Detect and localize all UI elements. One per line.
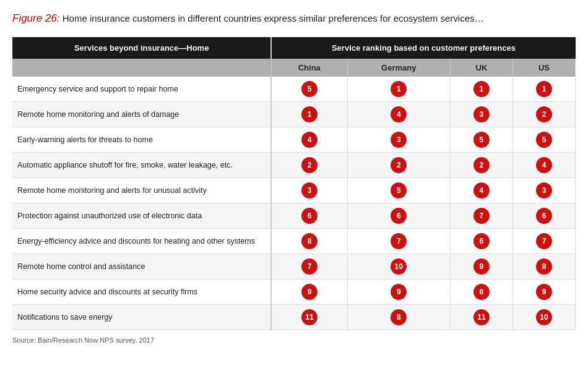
rank-badge: 4	[391, 106, 407, 122]
rank-cell-uk: 11	[450, 304, 512, 330]
rank-cell-us: 2	[512, 101, 575, 127]
col1-header: Services beyond insurance—Home	[12, 37, 271, 59]
rank-badge: 1	[391, 81, 407, 97]
rank-cell-germany: 7	[347, 228, 450, 254]
rank-cell-uk: 1	[450, 77, 512, 102]
rank-cell-uk: 5	[450, 127, 512, 152]
table-row: Remote home monitoring and alerts for un…	[12, 177, 576, 203]
figure-title: Figure 26: Home insurance customers in d…	[12, 11, 576, 26]
header-uk: UK	[450, 59, 512, 77]
rank-badge: 9	[391, 284, 407, 300]
service-name-cell: Home security advice and discounts at se…	[12, 279, 271, 304]
rank-badge: 7	[473, 208, 490, 224]
rank-badge: 3	[391, 132, 407, 148]
rank-cell-germany: 1	[347, 77, 450, 102]
service-name-cell: Early-warning alerts for threats to home	[12, 127, 271, 152]
rank-cell-germany: 5	[347, 177, 450, 203]
rank-badge: 6	[301, 208, 318, 224]
rank-cell-us: 1	[512, 77, 575, 102]
header-germany: Germany	[347, 59, 450, 77]
rank-badge: 2	[301, 157, 318, 173]
rank-badge: 9	[473, 258, 490, 275]
rank-cell-us: 9	[512, 279, 575, 304]
rank-cell-germany: 9	[347, 279, 450, 304]
rank-badge: 6	[473, 233, 490, 249]
service-name-cell: Remote home monitoring and alerts for un…	[12, 177, 271, 203]
rank-badge: 6	[536, 208, 552, 224]
service-name-cell: Automatic appliance shutoff for fire, sm…	[12, 152, 271, 177]
rank-cell-germany: 2	[347, 152, 450, 177]
service-name-cell: Emergency service and support to repair …	[12, 77, 271, 102]
rank-cell-us: 5	[512, 127, 575, 152]
rank-cell-us: 10	[512, 304, 575, 330]
rank-badge: 1	[301, 106, 318, 122]
table-row: Automatic appliance shutoff for fire, sm…	[12, 152, 576, 177]
rank-cell-germany: 4	[347, 101, 450, 127]
header-china: China	[271, 59, 347, 77]
service-name-cell: Protection against unauthorized use of e…	[12, 203, 271, 228]
rank-badge: 4	[473, 182, 490, 199]
rank-cell-uk: 6	[450, 228, 512, 254]
table-row: Protection against unauthorized use of e…	[12, 203, 576, 228]
table-row: Emergency service and support to repair …	[12, 77, 576, 102]
rank-badge: 9	[536, 284, 552, 300]
table-row: Home security advice and discounts at se…	[12, 279, 576, 304]
rank-cell-china: 3	[271, 177, 347, 203]
rank-cell-china: 11	[271, 304, 347, 330]
rank-cell-china: 4	[271, 127, 347, 152]
rank-badge: 4	[536, 157, 552, 173]
rank-badge: 7	[301, 258, 318, 275]
rank-badge: 1	[536, 81, 552, 97]
service-name-cell: Remote home monitoring and alerts of dam…	[12, 101, 271, 127]
rank-cell-uk: 3	[450, 101, 512, 127]
rank-cell-china: 1	[271, 101, 347, 127]
rank-cell-uk: 9	[450, 254, 512, 279]
rank-badge: 5	[301, 81, 318, 97]
rank-badge: 10	[536, 309, 552, 325]
figure-label: Figure 26:	[12, 12, 60, 24]
col-group-header: Service ranking based on customer prefer…	[271, 37, 575, 59]
rank-cell-uk: 2	[450, 152, 512, 177]
service-name-cell: Remote home control and assistance	[12, 254, 271, 279]
rank-badge: 8	[473, 284, 490, 300]
rank-cell-china: 8	[271, 228, 347, 254]
service-col-label	[12, 59, 271, 77]
rank-cell-germany: 3	[347, 127, 450, 152]
rank-badge: 9	[301, 284, 318, 300]
rank-cell-germany: 8	[347, 304, 450, 330]
rank-badge: 8	[391, 309, 407, 325]
rank-cell-china: 6	[271, 203, 347, 228]
rank-badge: 3	[301, 182, 318, 199]
rank-badge: 5	[391, 182, 407, 199]
rank-badge: 2	[473, 157, 490, 173]
rank-badge: 5	[536, 132, 552, 148]
rank-badge: 3	[473, 106, 490, 122]
rank-cell-china: 2	[271, 152, 347, 177]
rank-badge: 7	[391, 233, 407, 249]
rank-cell-uk: 8	[450, 279, 512, 304]
rank-badge: 7	[536, 233, 552, 249]
rank-cell-germany: 10	[347, 254, 450, 279]
rank-cell-us: 7	[512, 228, 575, 254]
figure-title-text: Home insurance customers in different co…	[63, 13, 484, 24]
rank-cell-us: 6	[512, 203, 575, 228]
header-us: US	[512, 59, 575, 77]
table-row: Remote home monitoring and alerts of dam…	[12, 101, 576, 127]
rank-badge: 5	[473, 132, 490, 148]
table-row: Remote home control and assistance71098	[12, 254, 576, 279]
rank-badge: 8	[536, 258, 552, 275]
rank-badge: 11	[473, 309, 490, 325]
rank-cell-us: 8	[512, 254, 575, 279]
table-row: Notifications to save energy1181110	[12, 304, 576, 330]
table-row: Early-warning alerts for threats to home…	[12, 127, 576, 152]
rank-cell-china: 7	[271, 254, 347, 279]
rank-badge: 2	[391, 157, 407, 173]
rank-cell-us: 3	[512, 177, 575, 203]
service-name-cell: Energy-efficiency advice and discounts f…	[12, 228, 271, 254]
source-text: Source: Bain/Research Now NPS survey, 20…	[12, 336, 576, 344]
rank-cell-germany: 6	[347, 203, 450, 228]
rank-badge: 2	[536, 106, 552, 122]
rank-cell-uk: 4	[450, 177, 512, 203]
rank-badge: 8	[301, 233, 318, 249]
rank-badge: 6	[391, 208, 407, 224]
